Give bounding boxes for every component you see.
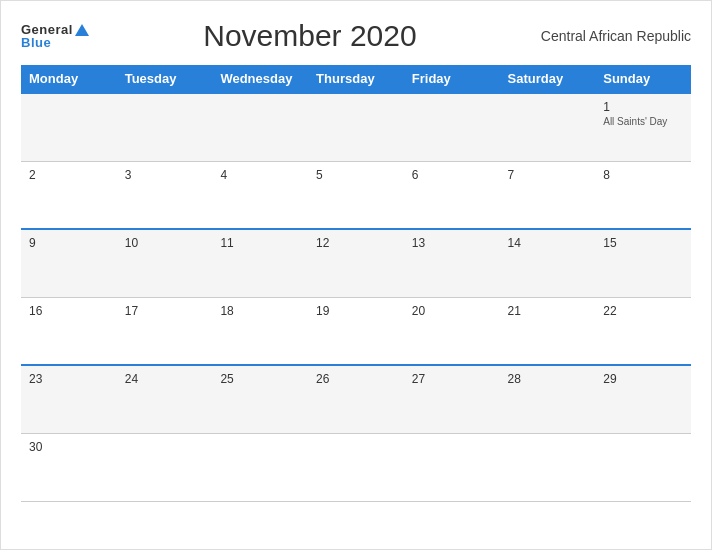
- calendar-cell: 22: [595, 297, 691, 365]
- calendar-cell: 15: [595, 229, 691, 297]
- calendar-body: 1All Saints' Day234567891011121314151617…: [21, 93, 691, 501]
- calendar-cell: 9: [21, 229, 117, 297]
- week-row-1: 1All Saints' Day: [21, 93, 691, 161]
- weekday-header-friday: Friday: [404, 65, 500, 93]
- calendar-cell: [117, 93, 213, 161]
- day-number: 7: [508, 168, 588, 182]
- calendar-cell: 17: [117, 297, 213, 365]
- calendar-cell: 26: [308, 365, 404, 433]
- calendar-cell: 2: [21, 161, 117, 229]
- calendar-cell: 7: [500, 161, 596, 229]
- calendar-cell: [308, 93, 404, 161]
- calendar-cell: 10: [117, 229, 213, 297]
- calendar-cell: 25: [212, 365, 308, 433]
- calendar-cell: [404, 93, 500, 161]
- weekday-header-saturday: Saturday: [500, 65, 596, 93]
- day-number: 3: [125, 168, 205, 182]
- calendar-cell: 11: [212, 229, 308, 297]
- calendar-title: November 2020: [89, 19, 531, 53]
- day-number: 30: [29, 440, 109, 454]
- calendar-cell: [212, 93, 308, 161]
- calendar-cell: 24: [117, 365, 213, 433]
- calendar-cell: [595, 433, 691, 501]
- day-number: 6: [412, 168, 492, 182]
- calendar-country: Central African Republic: [531, 28, 691, 44]
- day-event: All Saints' Day: [603, 116, 683, 127]
- day-number: 13: [412, 236, 492, 250]
- day-number: 26: [316, 372, 396, 386]
- day-number: 20: [412, 304, 492, 318]
- day-number: 12: [316, 236, 396, 250]
- calendar-cell: 13: [404, 229, 500, 297]
- logo: General Blue: [21, 23, 89, 49]
- day-number: 8: [603, 168, 683, 182]
- day-number: 23: [29, 372, 109, 386]
- day-number: 15: [603, 236, 683, 250]
- calendar-cell: 14: [500, 229, 596, 297]
- weekday-header-tuesday: Tuesday: [117, 65, 213, 93]
- calendar-header: General Blue November 2020 Central Afric…: [21, 19, 691, 53]
- calendar-cell: 5: [308, 161, 404, 229]
- day-number: 9: [29, 236, 109, 250]
- calendar-cell: 27: [404, 365, 500, 433]
- calendar-cell: 4: [212, 161, 308, 229]
- day-number: 18: [220, 304, 300, 318]
- day-number: 25: [220, 372, 300, 386]
- calendar-cell: 28: [500, 365, 596, 433]
- calendar-cell: [212, 433, 308, 501]
- calendar-cell: [500, 93, 596, 161]
- calendar-cell: 18: [212, 297, 308, 365]
- day-number: 10: [125, 236, 205, 250]
- calendar-cell: [21, 93, 117, 161]
- calendar-cell: 20: [404, 297, 500, 365]
- day-number: 17: [125, 304, 205, 318]
- day-number: 11: [220, 236, 300, 250]
- calendar-cell: [404, 433, 500, 501]
- calendar-cell: 23: [21, 365, 117, 433]
- weekday-header-row: MondayTuesdayWednesdayThursdayFridaySatu…: [21, 65, 691, 93]
- calendar-cell: 16: [21, 297, 117, 365]
- calendar-cell: 3: [117, 161, 213, 229]
- weekday-header-wednesday: Wednesday: [212, 65, 308, 93]
- day-number: 24: [125, 372, 205, 386]
- calendar-cell: 8: [595, 161, 691, 229]
- day-number: 22: [603, 304, 683, 318]
- week-row-5: 23242526272829: [21, 365, 691, 433]
- week-row-4: 16171819202122: [21, 297, 691, 365]
- calendar-cell: [117, 433, 213, 501]
- calendar-cell: [308, 433, 404, 501]
- logo-blue-text: Blue: [21, 36, 51, 49]
- day-number: 1: [603, 100, 683, 114]
- calendar-container: General Blue November 2020 Central Afric…: [0, 0, 712, 550]
- day-number: 16: [29, 304, 109, 318]
- day-number: 19: [316, 304, 396, 318]
- weekday-header-sunday: Sunday: [595, 65, 691, 93]
- calendar-table: MondayTuesdayWednesdayThursdayFridaySatu…: [21, 65, 691, 502]
- week-row-3: 9101112131415: [21, 229, 691, 297]
- day-number: 4: [220, 168, 300, 182]
- week-row-6: 30: [21, 433, 691, 501]
- calendar-cell: 12: [308, 229, 404, 297]
- day-number: 29: [603, 372, 683, 386]
- calendar-cell: 6: [404, 161, 500, 229]
- weekday-header-thursday: Thursday: [308, 65, 404, 93]
- weekday-header-monday: Monday: [21, 65, 117, 93]
- logo-triangle-icon: [75, 24, 89, 36]
- day-number: 2: [29, 168, 109, 182]
- calendar-cell: 21: [500, 297, 596, 365]
- day-number: 21: [508, 304, 588, 318]
- calendar-cell: 30: [21, 433, 117, 501]
- day-number: 14: [508, 236, 588, 250]
- calendar-cell: 1All Saints' Day: [595, 93, 691, 161]
- week-row-2: 2345678: [21, 161, 691, 229]
- day-number: 27: [412, 372, 492, 386]
- calendar-cell: [500, 433, 596, 501]
- day-number: 5: [316, 168, 396, 182]
- calendar-cell: 19: [308, 297, 404, 365]
- calendar-thead: MondayTuesdayWednesdayThursdayFridaySatu…: [21, 65, 691, 93]
- day-number: 28: [508, 372, 588, 386]
- calendar-cell: 29: [595, 365, 691, 433]
